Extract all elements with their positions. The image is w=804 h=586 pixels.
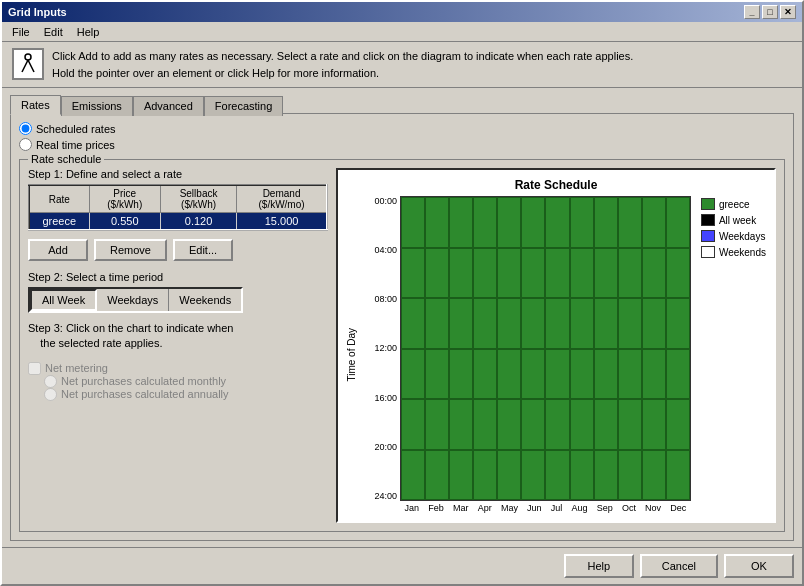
help-button[interactable]: Help: [564, 554, 634, 578]
ok-button[interactable]: OK: [724, 554, 794, 578]
grid-cell[interactable]: [401, 399, 425, 450]
grid-cell[interactable]: [570, 399, 594, 450]
grid-cell[interactable]: [497, 298, 521, 349]
remove-button[interactable]: Remove: [94, 239, 167, 261]
grid-cell[interactable]: [521, 248, 545, 299]
grid-cell[interactable]: [473, 248, 497, 299]
net-metering-label[interactable]: Net metering: [28, 362, 328, 375]
grid-cell[interactable]: [618, 298, 642, 349]
btn-weekdays[interactable]: Weekdays: [97, 289, 169, 311]
grid-cell[interactable]: [594, 399, 618, 450]
radio-realtime[interactable]: Real time prices: [19, 138, 785, 151]
grid-cell[interactable]: [473, 298, 497, 349]
tab-rates[interactable]: Rates: [10, 95, 61, 115]
grid-cell[interactable]: [521, 298, 545, 349]
grid-cell[interactable]: [618, 450, 642, 501]
menu-edit[interactable]: Edit: [38, 24, 69, 40]
grid-cell[interactable]: [618, 349, 642, 400]
grid-cell[interactable]: [545, 349, 569, 400]
grid-cell[interactable]: [545, 450, 569, 501]
chart-container[interactable]: Rate Schedule Time of Day: [336, 168, 776, 523]
grid-cell[interactable]: [497, 349, 521, 400]
grid-cell[interactable]: [642, 248, 666, 299]
grid-cell[interactable]: [401, 248, 425, 299]
grid-cell[interactable]: [521, 399, 545, 450]
maximize-button[interactable]: □: [762, 5, 778, 19]
grid-cell[interactable]: [449, 450, 473, 501]
grid-cell[interactable]: [473, 197, 497, 248]
grid-cell[interactable]: [666, 450, 690, 501]
grid-cell[interactable]: [497, 450, 521, 501]
grid-cell[interactable]: [449, 298, 473, 349]
grid-cell[interactable]: [594, 298, 618, 349]
grid-cell[interactable]: [642, 399, 666, 450]
grid-cell[interactable]: [449, 248, 473, 299]
grid-cell[interactable]: [570, 248, 594, 299]
grid-cell[interactable]: [545, 298, 569, 349]
grid-cell[interactable]: [401, 450, 425, 501]
grid-cell[interactable]: [497, 197, 521, 248]
grid-cell[interactable]: [425, 349, 449, 400]
grid-cell[interactable]: [545, 197, 569, 248]
grid-cell[interactable]: [594, 197, 618, 248]
menu-file[interactable]: File: [6, 24, 36, 40]
grid-cell[interactable]: [594, 349, 618, 400]
grid-cell[interactable]: [594, 450, 618, 501]
grid-cell[interactable]: [666, 248, 690, 299]
grid-cell[interactable]: [570, 450, 594, 501]
grid-cell[interactable]: [497, 399, 521, 450]
grid-cell[interactable]: [594, 248, 618, 299]
grid-cell[interactable]: [618, 248, 642, 299]
grid-cell[interactable]: [642, 197, 666, 248]
grid-cell[interactable]: [545, 399, 569, 450]
grid-cell[interactable]: [521, 197, 545, 248]
grid-cell[interactable]: [473, 399, 497, 450]
grid-cell[interactable]: [401, 298, 425, 349]
minimize-button[interactable]: _: [744, 5, 760, 19]
radio-scheduled-input[interactable]: [19, 122, 32, 135]
tab-emissions[interactable]: Emissions: [61, 96, 133, 116]
add-button[interactable]: Add: [28, 239, 88, 261]
grid-cell[interactable]: [401, 197, 425, 248]
grid-cell[interactable]: [497, 248, 521, 299]
grid-cell[interactable]: [618, 197, 642, 248]
table-row[interactable]: greece 0.550 0.120 15.000: [29, 213, 327, 231]
cancel-button[interactable]: Cancel: [640, 554, 718, 578]
grid-cell[interactable]: [521, 450, 545, 501]
close-button[interactable]: ✕: [780, 5, 796, 19]
grid-cell[interactable]: [666, 298, 690, 349]
grid-cell[interactable]: [401, 349, 425, 400]
grid-cell[interactable]: [425, 248, 449, 299]
grid-cell[interactable]: [521, 349, 545, 400]
grid-cell[interactable]: [449, 197, 473, 248]
tab-advanced[interactable]: Advanced: [133, 96, 204, 116]
grid-cell[interactable]: [449, 349, 473, 400]
grid-cell[interactable]: [618, 399, 642, 450]
grid-cell[interactable]: [570, 349, 594, 400]
grid-cell[interactable]: [425, 399, 449, 450]
net-metering-checkbox[interactable]: [28, 362, 41, 375]
radio-scheduled[interactable]: Scheduled rates: [19, 122, 785, 135]
btn-allweek[interactable]: All Week: [30, 289, 97, 311]
grid-cell[interactable]: [666, 197, 690, 248]
tab-forecasting[interactable]: Forecasting: [204, 96, 283, 116]
grid-cell[interactable]: [642, 349, 666, 400]
radio-realtime-input[interactable]: [19, 138, 32, 151]
grid-cell[interactable]: [642, 298, 666, 349]
rate-grid[interactable]: [400, 196, 691, 501]
grid-cell[interactable]: [666, 399, 690, 450]
menu-help[interactable]: Help: [71, 24, 106, 40]
grid-cell[interactable]: [570, 197, 594, 248]
grid-cell[interactable]: [449, 399, 473, 450]
btn-weekends[interactable]: Weekends: [169, 289, 241, 311]
grid-cell[interactable]: [545, 248, 569, 299]
edit-button[interactable]: Edit...: [173, 239, 233, 261]
grid-cell[interactable]: [425, 197, 449, 248]
grid-cell[interactable]: [642, 450, 666, 501]
grid-cell[interactable]: [570, 298, 594, 349]
grid-cell[interactable]: [473, 349, 497, 400]
grid-cell[interactable]: [425, 450, 449, 501]
grid-cell[interactable]: [666, 349, 690, 400]
grid-cell[interactable]: [473, 450, 497, 501]
grid-cell[interactable]: [425, 298, 449, 349]
